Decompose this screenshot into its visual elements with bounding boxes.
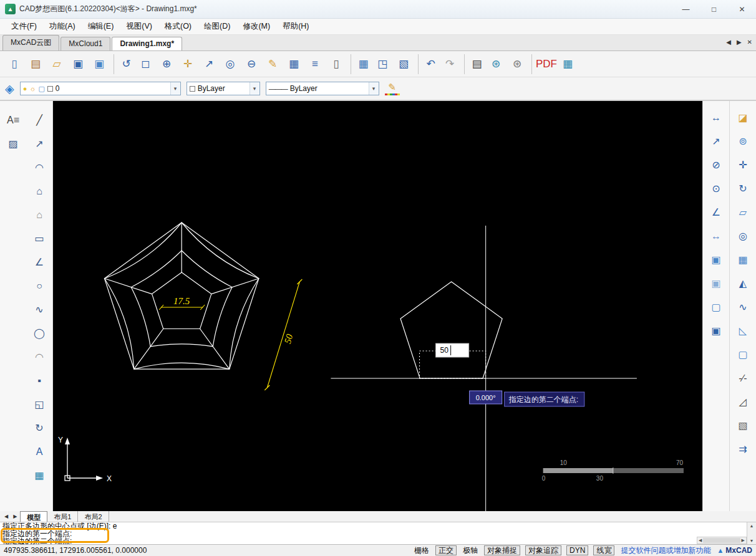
polyline-icon[interactable]: ∠ [30,253,49,272]
scrollbar-track[interactable] [703,538,740,543]
tab-mxcad-cloud[interactable]: MxCAD云图 [2,35,59,50]
feedback-link[interactable]: 提交软件问题或增加新功能 [621,545,710,556]
drawing-canvas[interactable]: 17.5 50 50 0.000° [53,101,702,511]
open-folder-icon[interactable]: ▱ [46,54,67,74]
zoom-scale-icon[interactable]: ↗ [198,54,220,74]
print-icon[interactable]: ▤ [464,54,485,74]
extend-icon[interactable]: ▢ [734,345,752,364]
dim-angular-icon[interactable]: ∠ [707,203,725,222]
arc-icon[interactable]: ◠ [30,158,49,177]
zoom-extents-icon[interactable]: ◎ [220,54,241,74]
maximize-button[interactable]: □ [700,0,728,18]
menu-format[interactable]: 格式(O) [158,19,198,34]
region-icon[interactable]: ◱ [30,395,49,414]
move-icon[interactable]: ✛ [734,156,752,175]
save-all-icon[interactable]: ▣ [89,54,110,74]
box3d-icon[interactable]: ▧ [734,416,752,435]
color-select[interactable]: ByLayer ▾ [187,82,260,95]
table-icon[interactable]: ▦ [283,54,304,74]
menu-view[interactable]: 视图(V) [120,19,158,34]
dim-aligned-icon[interactable]: ↗ [707,132,725,151]
menu-edit[interactable]: 编辑(E) [82,19,120,34]
dim-rotated-icon[interactable]: ↔ [707,227,725,246]
chamfer-icon[interactable]: ◿ [734,393,752,411]
scroll-left-icon[interactable]: ◀ [699,538,702,543]
current-color-pencil-icon[interactable]: ✎ [385,82,400,95]
image-icon[interactable]: ▦ [30,466,49,485]
dropdown-arrow-icon[interactable]: ▾ [369,82,379,95]
web-publish-icon[interactable]: ⊛ [485,54,506,74]
break-icon[interactable]: -∕- [734,369,752,388]
polygon-icon[interactable]: ⌂ [30,182,49,201]
draworder-back-icon[interactable]: ▣ [707,274,725,293]
menu-function[interactable]: 功能(A) [43,19,82,34]
trim-icon[interactable]: ◺ [734,322,752,340]
scroll-up-icon[interactable]: ▲ [750,524,754,528]
line-icon[interactable]: ╱ [30,111,49,130]
text-style-icon[interactable]: A≡ [4,111,22,130]
new-pentagon[interactable] [400,282,502,378]
point-icon[interactable]: ▪ [30,371,49,390]
copy-icon[interactable]: ⊚ [734,132,752,151]
menu-modify[interactable]: 修改(M) [236,19,276,34]
layout-scroll-left-icon[interactable]: ◀ [2,514,10,519]
zoom-out-icon[interactable]: ⊖ [241,54,262,74]
rotate-copy-icon[interactable]: ↻ [30,419,49,438]
hatch-icon[interactable]: ▨ [4,135,22,153]
undo-icon[interactable]: ↶ [418,54,439,74]
status-osnap[interactable]: 对象捕捉 [484,545,520,555]
dim-linear-icon[interactable]: ↔ [707,108,725,127]
dim-radius-icon[interactable]: ⊙ [707,180,725,198]
status-polar[interactable]: 极轴 [462,546,479,555]
spline-icon[interactable]: ∿ [30,300,49,319]
status-dyn[interactable]: DYN [566,545,588,555]
zoom-in-icon[interactable]: ⊕ [156,54,177,74]
status-ortho[interactable]: 正交 [435,545,457,555]
offset-icon[interactable]: ◎ [734,227,752,246]
insert-image-icon[interactable]: ▦ [557,54,578,74]
circle-icon[interactable]: ○ [30,277,49,295]
tab-scroll-right-icon[interactable]: ▶ [737,39,742,46]
tab-close-icon[interactable]: ✕ [747,39,752,46]
command-line-area[interactable]: 指定正多边形的中心点或 [边(E)]: e 指定边的第一个端点: 指定边的第二个… [0,522,756,545]
menu-help[interactable]: 帮助(H) [276,19,315,34]
stretch-icon[interactable]: ▱ [734,203,752,222]
scroll-down-icon[interactable]: ▼ [750,539,754,543]
drawing-surface[interactable]: 17.5 50 50 0.000° [53,101,702,511]
tab-drawing1[interactable]: Drawing1.mxg* [112,37,182,50]
menu-draw[interactable]: 绘图(D) [198,19,236,34]
erase-icon[interactable]: ◪ [734,108,752,127]
ellipse-arc-icon[interactable]: ◠ [30,348,49,367]
web-preview-icon[interactable]: ⊛ [506,54,528,74]
rectangle-icon[interactable]: ▭ [30,229,49,248]
new-file-icon[interactable]: ▯ [4,54,25,74]
redo-icon[interactable]: ↷ [439,54,460,74]
polygon-outline-icon[interactable]: ⌂ [30,206,49,224]
draworder-below-icon[interactable]: ▣ [707,322,725,340]
dropdown-arrow-icon[interactable]: ▾ [250,82,259,95]
array-icon[interactable]: ▦ [734,251,752,269]
ellipse-icon[interactable]: ◯ [30,324,49,343]
tab-layout1[interactable]: 布局1 [47,511,78,522]
menu-file[interactable]: 文件(F) [5,19,43,34]
mirror-icon[interactable]: ◭ [734,274,752,293]
pan-icon[interactable]: ✛ [177,54,198,74]
dim-diameter-icon[interactable]: ⊘ [707,156,725,175]
pdf-export-icon[interactable]: PDF [531,54,557,74]
construction-line-icon[interactable]: ↗ [30,135,49,153]
table-edit-icon[interactable]: ▧ [393,54,414,74]
text-lines-icon[interactable]: ≡ [304,54,326,74]
dyn-input-field[interactable]: 50 [436,343,469,357]
tab-scroll-left-icon[interactable]: ◀ [726,39,731,46]
save-icon[interactable]: ▣ [67,54,89,74]
dropdown-arrow-icon[interactable]: ▾ [170,82,180,95]
minimize-button[interactable]: — [672,0,700,18]
tab-model[interactable]: 模型 [20,511,47,522]
dimension-50[interactable]: 50 [264,279,302,390]
draworder-front-icon[interactable]: ▣ [707,251,725,269]
rotate-icon[interactable]: ↻ [734,180,752,198]
text-icon[interactable]: A [30,443,49,461]
layout-scroll-right-icon[interactable]: ▶ [11,514,19,519]
linetype-select[interactable]: ——— ByLayer ▾ [266,82,379,95]
status-otrack[interactable]: 对象追踪 [525,545,561,555]
